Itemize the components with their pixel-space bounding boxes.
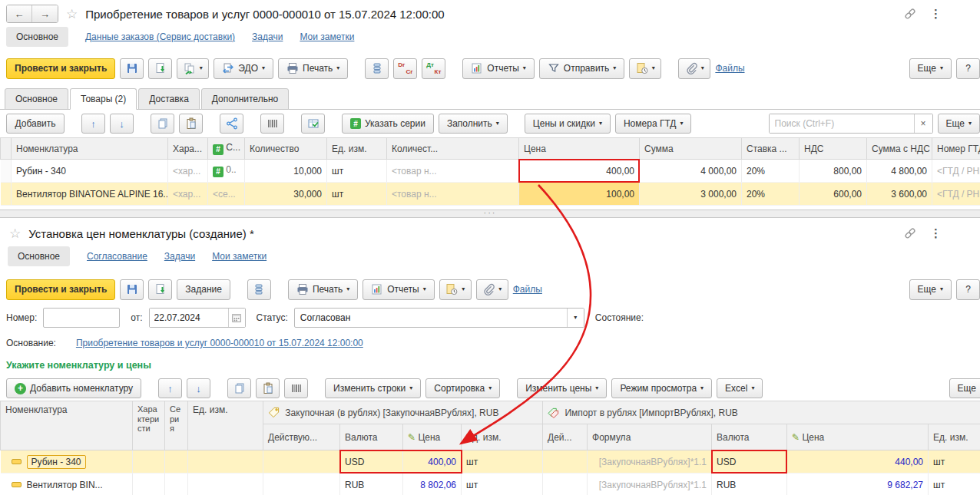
col-series[interactable]: # С... (208, 138, 245, 160)
sort-button[interactable]: Сортировка ▾ (425, 378, 500, 398)
nav-tab-tasks[interactable]: Задачи (252, 31, 283, 42)
get-link-icon[interactable] (904, 8, 916, 20)
reports-button[interactable]: Отчеты ▾ (363, 279, 435, 300)
cell-vat[interactable]: 800,00 (800, 160, 867, 183)
cell-gtd[interactable]: <ГТД / РНПТ не (932, 183, 980, 206)
col-purchase-current[interactable]: Действую... (263, 424, 340, 450)
cell-vat[interactable]: 600,00 (800, 183, 867, 206)
col-vat-rate[interactable]: Ставка ... (742, 138, 800, 160)
cell-series[interactable]: <се... (208, 183, 245, 206)
edit-prices-button[interactable]: Изменить цены ▾ (517, 378, 607, 398)
nav-tab-main[interactable]: Основное (6, 27, 68, 47)
forward-button[interactable]: → (32, 5, 58, 22)
cell-purchase-unit[interactable]: шт (462, 450, 543, 474)
create-based-on-button[interactable]: ▾ (177, 58, 209, 79)
col-unit[interactable]: Ед. изм. (327, 138, 387, 160)
nav-tab-main[interactable]: Основное (8, 246, 70, 266)
cell-unit[interactable]: шт (327, 160, 387, 183)
price-type-group-purchase[interactable]: Закупочная (в рублях) [ЗакупочнаяВРублях… (263, 401, 543, 424)
document-history-button[interactable]: ▾ (629, 58, 661, 79)
cell-purchase-currency[interactable]: RUB (340, 474, 403, 495)
tab-additional[interactable]: Дополнительно (201, 88, 289, 110)
back-button[interactable]: ← (7, 5, 32, 22)
cell-price[interactable]: 100,00 (519, 183, 640, 206)
cell-nomenclature[interactable]: Рубин - 340 (1, 450, 133, 474)
nav-tab-my-notes[interactable]: Мои заметки (300, 31, 354, 42)
more-button[interactable]: Еще ▾ (909, 58, 952, 79)
fill-button[interactable]: Заполнить ▾ (439, 114, 508, 134)
copy-rows-button[interactable] (227, 378, 251, 398)
grid-more-button[interactable]: Еще (949, 378, 980, 398)
col-quantity2[interactable]: Количест... (387, 138, 519, 160)
col-import-formula[interactable]: Формула (588, 424, 712, 450)
cell-quantity2[interactable]: <товар н... (387, 183, 519, 206)
send-button[interactable]: Отправить ▾ (539, 58, 625, 79)
col-import-unit[interactable]: Ед. изм. (929, 424, 980, 450)
more-menu-icon[interactable]: ⋮ (927, 226, 945, 240)
cell-import-price[interactable]: 440,00 (787, 450, 929, 474)
price-row-ventilator[interactable]: Вентилятор BIN... RUB 8 802,06 шт [Закуп… (1, 474, 980, 495)
cell-unit[interactable]: шт (327, 183, 387, 206)
reports-button[interactable]: Отчеты ▾ (462, 58, 535, 79)
cell-import-currency[interactable]: USD (712, 450, 787, 474)
print-button[interactable]: Печать ▾ (278, 58, 348, 79)
cell-characteristic[interactable]: <хар... (168, 160, 208, 183)
window-splitter[interactable]: ··· (0, 210, 980, 218)
post-document-button[interactable] (148, 58, 172, 79)
cell-purchase-currency[interactable]: USD (340, 450, 403, 474)
move-down-button[interactable]: ↓ (110, 114, 134, 134)
col-import-price[interactable]: ✎ Цена (787, 424, 929, 450)
edo-button[interactable]: ЭДО ▾ (214, 58, 273, 79)
paste-rows-button[interactable] (256, 378, 280, 398)
prices-discounts-button[interactable]: Цены и скидки ▾ (525, 114, 611, 134)
attachments-button[interactable]: ▾ (678, 58, 710, 79)
help-button[interactable]: ? (956, 58, 980, 79)
search-input[interactable] (770, 114, 914, 133)
goods-row-rubin[interactable]: Рубин - 340 <хар... # 0.. 10,000 шт <тов… (1, 160, 980, 183)
col-sum[interactable]: Сумма (640, 138, 742, 160)
search-clear-button[interactable]: × (914, 114, 932, 133)
col-import-current[interactable]: Дей... (543, 424, 588, 450)
post-and-close-button[interactable]: Провести и закрыть (6, 279, 115, 300)
cell-import-formula[interactable]: [ЗакупочнаяВРублях]*1.1 (588, 474, 712, 495)
cell-purchase-price[interactable]: 8 802,06 (403, 474, 462, 495)
cell-quantity2[interactable]: <товар н... (387, 160, 519, 183)
col-series[interactable]: Серия (165, 401, 188, 450)
favorite-star-icon[interactable]: ☆ (9, 226, 21, 242)
cell-nomenclature[interactable]: Рубин - 340 (12, 160, 168, 183)
save-button[interactable] (120, 279, 144, 300)
barcode-button[interactable] (260, 114, 284, 134)
cell-characteristic[interactable]: <хар... (168, 183, 208, 206)
cell-quantity[interactable]: 10,000 (245, 160, 327, 183)
tab-goods[interactable]: Товары (2) (70, 88, 137, 110)
status-select[interactable]: Согласован ▾ (294, 308, 584, 328)
help-button[interactable]: ? (956, 279, 980, 300)
nav-tab-order-data[interactable]: Данные заказов (Сервис доставки) (85, 31, 235, 42)
attachments-button[interactable]: ▾ (476, 279, 508, 300)
cell-import-current[interactable] (543, 474, 588, 495)
price-type-group-import[interactable]: Импорт в рублях [ИмпортВРублях], RUB (543, 401, 980, 424)
tab-main[interactable]: Основное (5, 88, 68, 110)
cell-import-formula[interactable]: [ЗакупочнаяВРублях]*1.1 (588, 450, 712, 474)
col-price[interactable]: Цена (519, 138, 640, 160)
price-row-rubin[interactable]: Рубин - 340 USD 400,00 шт [ЗакупочнаяВРу… (1, 450, 980, 474)
col-import-currency[interactable]: Валюта (712, 424, 787, 450)
move-up-button[interactable]: ↑ (158, 378, 182, 398)
dt-kt-register-button[interactable]: ДтКт (422, 58, 445, 79)
grid-more-button[interactable]: Еще ▾ (938, 114, 980, 134)
col-characteristic[interactable]: Характеристи (133, 401, 165, 450)
cell-sum-with-vat[interactable]: 4 800,00 (867, 160, 932, 183)
cell-vat-rate[interactable]: 20% (742, 183, 800, 206)
basis-document-link[interactable]: Приобретение товаров и услуг 0000-000010… (76, 338, 363, 348)
table-settings-button[interactable] (301, 114, 325, 134)
cell-purchase-price[interactable]: 400,00 (403, 450, 462, 474)
post-document-button[interactable] (148, 279, 172, 300)
col-unit[interactable]: Ед. изм. (188, 401, 263, 450)
barcode-button[interactable] (284, 378, 308, 398)
goods-row-ventilator[interactable]: Вентилятор BINATONE ALPINE 16... <хар...… (1, 183, 980, 206)
set-series-button[interactable]: # Указать серии (342, 114, 434, 134)
cell-quantity[interactable]: 30,000 (245, 183, 327, 206)
cell-nomenclature[interactable]: Вентилятор BINATONE ALPINE 16... (12, 183, 168, 206)
cell-purchase-unit[interactable]: шт (462, 474, 543, 495)
document-history-button[interactable]: ▾ (439, 279, 472, 300)
